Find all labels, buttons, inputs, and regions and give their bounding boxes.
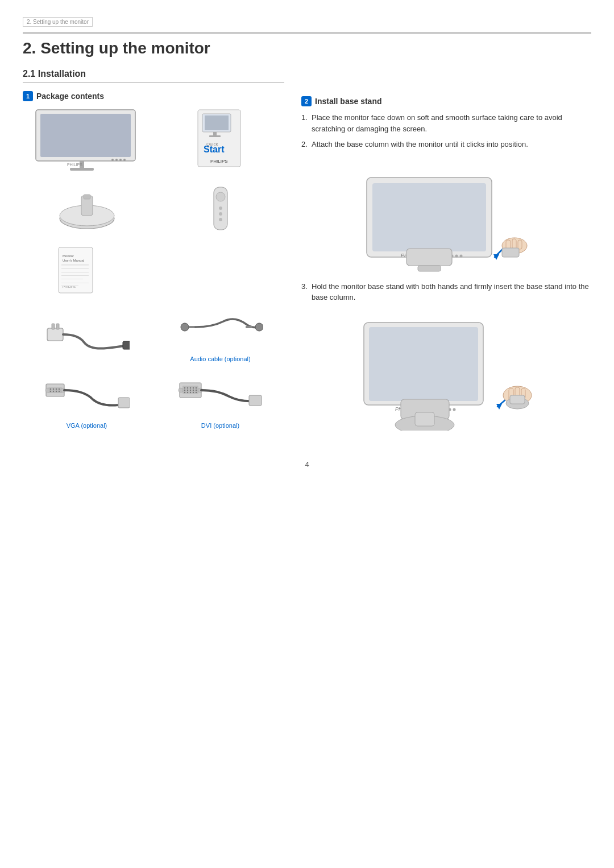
svg-point-73 [192, 392, 193, 393]
svg-point-54 [58, 391, 59, 392]
svg-rect-36 [61, 286, 78, 286]
svg-point-48 [52, 388, 53, 390]
svg-text:PHILIPS: PHILIPS [63, 285, 76, 288]
vga-label: VGA (optional) [67, 422, 107, 429]
svg-rect-38 [52, 324, 55, 329]
svg-point-68 [192, 390, 193, 391]
svg-rect-107 [510, 395, 525, 404]
breadcrumb: 2. Setting up the monitor [23, 17, 93, 27]
svg-point-65 [184, 390, 185, 391]
svg-rect-90 [518, 240, 522, 249]
svg-rect-40 [123, 341, 130, 349]
svg-rect-77 [249, 395, 262, 406]
svg-point-61 [186, 387, 188, 388]
svg-point-41 [181, 323, 189, 331]
instruction-3-item: Hold the monitor base stand with both ha… [301, 281, 591, 303]
left-column: 2.1 Installation 1 Package contents [23, 69, 284, 437]
vga-dvi-grid: VGA (optional) [23, 368, 284, 429]
step2-badge: 2 [301, 96, 312, 106]
item-quickstart: Quick Start PHILIPS [156, 107, 284, 175]
svg-point-63 [192, 387, 193, 388]
svg-point-4 [111, 159, 114, 161]
svg-rect-93 [369, 327, 478, 401]
svg-rect-42 [189, 326, 196, 328]
page-title: 2. Setting up the monitor [23, 32, 591, 57]
svg-text:Monitor: Monitor [63, 254, 74, 258]
step2-label: Install base stand [315, 97, 381, 106]
item-audio-cable: Audio cable (optional) [156, 301, 284, 362]
section-title: 2.1 Installation [23, 69, 284, 83]
svg-text:Start: Start [204, 144, 225, 154]
svg-rect-91 [502, 248, 519, 257]
svg-rect-11 [205, 115, 229, 130]
item-base [23, 184, 151, 235]
svg-rect-32 [61, 275, 89, 276]
svg-point-67 [189, 390, 190, 391]
svg-rect-13 [209, 135, 221, 137]
svg-point-83 [460, 254, 463, 257]
svg-rect-20 [84, 195, 90, 199]
instruction-1: Place the monitor face down on soft and … [301, 112, 591, 134]
package-contents-grid: PHILIPS Quick Start PHILIPS [23, 107, 284, 296]
svg-point-64 [195, 387, 196, 388]
step2-title: 2 Install base stand [301, 96, 591, 106]
step1-label: Package contents [36, 92, 104, 101]
item-power-cable [23, 301, 151, 362]
dvi-label: DVI (optional) [201, 422, 239, 429]
svg-point-7 [123, 159, 126, 161]
svg-point-52 [52, 391, 53, 392]
svg-rect-31 [61, 272, 89, 272]
svg-rect-37 [47, 328, 63, 341]
item-manual: Monitor User's Manual PHILIPS [23, 245, 151, 296]
svg-point-75 [179, 388, 183, 392]
svg-point-24 [219, 212, 222, 216]
svg-rect-39 [56, 324, 59, 329]
item-dvi: DVI (optional) [156, 368, 284, 429]
page-number: 4 [23, 460, 591, 469]
item-remote [156, 184, 284, 235]
svg-rect-30 [61, 268, 89, 269]
svg-point-74 [195, 392, 196, 393]
svg-rect-3 [70, 168, 94, 171]
svg-point-55 [45, 388, 50, 392]
right-column: 2 Install base stand Place the monitor f… [301, 69, 591, 437]
instructions-1-2: Place the monitor face down on soft and … [301, 112, 591, 150]
svg-point-53 [55, 391, 56, 392]
svg-point-60 [184, 387, 185, 388]
instruction-list-3: Hold the monitor base stand with both ha… [301, 281, 591, 303]
svg-point-71 [186, 392, 188, 393]
svg-rect-1 [40, 114, 131, 157]
svg-point-5 [115, 159, 118, 161]
diagram-1: PHILIPS [301, 160, 591, 274]
svg-point-72 [189, 392, 190, 393]
diagram-2: PHILIPS [301, 311, 591, 431]
svg-point-70 [184, 392, 185, 393]
item-monitor: PHILIPS [23, 107, 151, 175]
svg-rect-79 [372, 183, 486, 251]
audio-cable-label: Audio cable (optional) [190, 356, 250, 362]
svg-rect-12 [213, 132, 217, 135]
svg-point-69 [195, 390, 196, 391]
step1-title: 1 Package contents [23, 91, 284, 101]
svg-rect-57 [118, 398, 130, 408]
svg-rect-33 [61, 279, 83, 279]
svg-text:User's Manual: User's Manual [63, 259, 84, 262]
svg-text:PHILIPS: PHILIPS [67, 163, 82, 167]
svg-rect-84 [406, 249, 452, 266]
svg-rect-89 [512, 239, 516, 249]
svg-point-97 [453, 408, 456, 411]
svg-point-22 [216, 192, 225, 201]
svg-text:PHILIPS: PHILIPS [210, 159, 228, 164]
svg-rect-100 [415, 412, 434, 426]
instruction-2: Attach the base column with the monitor … [301, 139, 591, 150]
svg-point-49 [55, 388, 56, 390]
svg-point-62 [189, 387, 190, 388]
svg-rect-35 [61, 283, 89, 283]
item-vga: VGA (optional) [23, 368, 151, 429]
svg-rect-46 [48, 387, 62, 393]
svg-point-82 [455, 254, 458, 257]
svg-point-6 [119, 159, 122, 161]
svg-point-23 [219, 206, 222, 210]
svg-rect-85 [418, 266, 441, 271]
svg-rect-44 [246, 326, 252, 328]
